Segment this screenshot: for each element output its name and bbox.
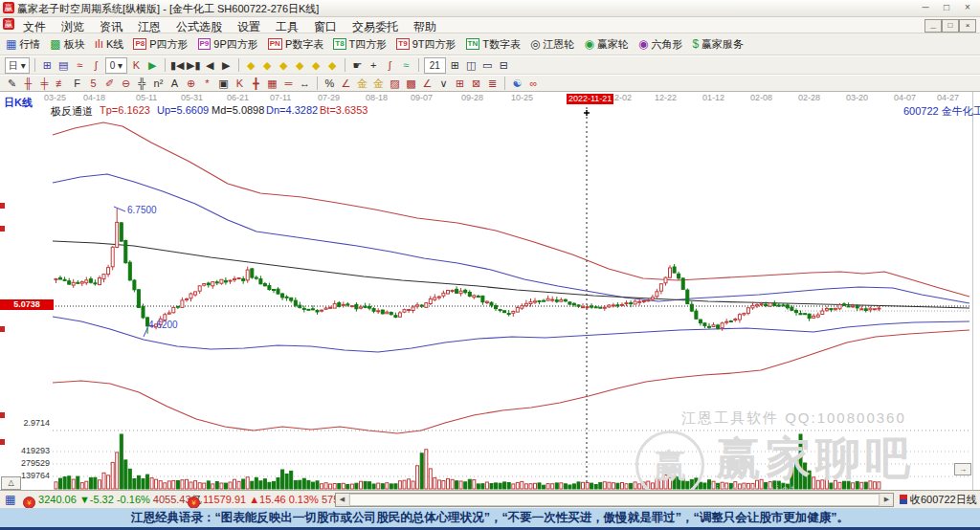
window-title: 赢家老子时空周期系统[纵横版] - [金牛化工 SH600722-276日K线] <box>17 2 319 16</box>
toolbar-button-t-square[interactable]: T8T四方形 <box>333 37 387 52</box>
minimize-button[interactable]: ─ <box>915 1 936 14</box>
market-grid-icon[interactable]: ▦ <box>5 493 15 506</box>
screen-icon[interactable]: ▭ <box>480 58 495 73</box>
last-bar-icon[interactable]: ▶▮ <box>187 58 201 73</box>
flag-icon[interactable]: ▶ <box>145 58 160 73</box>
crosshair-tool-icon[interactable]: + <box>367 58 381 73</box>
indicator-token: Tp=6.1623 <box>100 104 150 116</box>
next-bar-icon[interactable]: ▶ <box>219 58 234 73</box>
title-bar: 赢 赢家老子时空周期系统[纵横版] - [金牛化工 SH600722-276日K… <box>0 0 980 17</box>
pencil-tool-icon[interactable]: ✎ <box>5 77 19 91</box>
diamond-right-icon[interactable]: ◆ <box>293 58 307 73</box>
chart-horizontal-scrollbar[interactable]: ◀ ▶ <box>335 493 894 507</box>
a-tool-icon[interactable]: A <box>167 77 182 91</box>
quotes-label: 行情 <box>19 37 40 52</box>
toolbar-button-winner-service[interactable]: $赢家服务 <box>692 37 744 52</box>
plus-box-icon[interactable]: ⊞ <box>453 77 467 91</box>
period-daily-dropdown[interactable]: 日 ▾ <box>5 57 30 74</box>
diamond-down-icon[interactable]: ◆ <box>260 58 275 73</box>
date-tick: 02-28 <box>798 93 820 102</box>
toolbar-button-9p-square[interactable]: P99P四方形 <box>198 37 258 52</box>
five-tool-icon[interactable]: 5 <box>86 77 100 91</box>
close-button[interactable]: × <box>957 1 978 14</box>
hline-tool-icon[interactable]: ═ <box>281 77 296 91</box>
wave-icon[interactable]: ≈ <box>73 58 87 73</box>
gold-section-icon[interactable]: 金 <box>355 77 369 91</box>
angle-fan-icon[interactable]: ∠ <box>339 77 353 91</box>
diamond-up-icon[interactable]: ◆ <box>244 58 258 73</box>
infinity-icon[interactable]: ∞ <box>526 77 541 91</box>
diamond-shrink-icon[interactable]: ◆ <box>325 58 340 73</box>
curve-icon[interactable]: ʃ <box>89 58 103 73</box>
span-tool-icon[interactable]: ↔ <box>298 77 312 91</box>
toolbar-button-sectors[interactable]: ▩板块 <box>50 37 84 52</box>
star-tool-icon[interactable]: * <box>200 77 214 91</box>
toolbar-button-p-table[interactable]: PNP数字表 <box>268 37 323 52</box>
sh-index-summary[interactable]: ¥ 3240.06 ▼-5.32 -0.16% 4055.43亿 <box>23 493 202 509</box>
n2-tool-icon[interactable]: n² <box>151 77 166 91</box>
diamond-expand-icon[interactable]: ◆ <box>309 58 323 73</box>
toolbar-button-hexagon[interactable]: ◉六角形 <box>638 37 682 52</box>
scroll-right-arrow[interactable]: ▶ <box>880 494 893 504</box>
toolbar-button-winner-wheel[interactable]: ◉赢家轮 <box>584 37 628 52</box>
gann-wheel-icon: ◎ <box>530 37 540 51</box>
mark-tool-icon[interactable]: ✐ <box>102 77 117 91</box>
toolbar-button-p-square[interactable]: P8P四方形 <box>133 37 188 52</box>
mdi-close-button[interactable]: × <box>959 19 976 33</box>
target-tool-icon[interactable]: ⊕ <box>184 77 198 91</box>
gann-line-icon[interactable]: ╫ <box>21 77 35 91</box>
volume-axis-label: 419293 <box>2 446 50 455</box>
highlighted-date[interactable]: 2022-11-21 <box>567 94 613 104</box>
box-tool-icon[interactable]: ▣ <box>216 77 231 91</box>
info-panel-icon[interactable]: ▤ <box>56 58 71 73</box>
grid-tool-icon[interactable]: ╬ <box>135 77 149 91</box>
current-price-tag: 5.0738 <box>0 299 54 310</box>
first-bar-icon[interactable]: ▮◀ <box>170 58 185 73</box>
k-angle-icon[interactable]: K <box>233 77 247 91</box>
export-icon[interactable]: ⊟ <box>497 58 511 73</box>
expand-volume-button[interactable]: △ <box>1 476 21 490</box>
maximize-button[interactable]: □ <box>936 1 957 14</box>
cycle-tool-icon[interactable]: ≈ <box>399 58 413 73</box>
chart-area[interactable]: 03-2504-1805-1105-3106-2107-1107-2908-18… <box>0 92 973 490</box>
scroll-right-button[interactable]: → <box>954 463 971 475</box>
mdi-minimize-button[interactable]: ＿ <box>924 19 942 33</box>
hand-tool-icon[interactable]: ☛ <box>350 58 365 73</box>
date-tick: 04-07 <box>894 93 916 102</box>
prev-bar-icon[interactable]: ◀ <box>203 58 217 73</box>
scroll-left-arrow[interactable]: ◀ <box>336 494 348 504</box>
check-tool-icon[interactable]: ∨ <box>436 77 451 91</box>
kline-style-icon[interactable]: K <box>129 58 144 73</box>
calendar-icon[interactable]: 21 <box>424 57 446 74</box>
toolbar-button-9t-square[interactable]: T99T四方形 <box>396 37 456 52</box>
yinyang-icon[interactable]: ☯ <box>510 77 524 91</box>
lines-tool-icon[interactable]: ≣ <box>485 77 500 91</box>
x-box-icon[interactable]: ⊠ <box>469 77 483 91</box>
toolbar-button-t-table[interactable]: TNT数字表 <box>466 37 521 52</box>
spiral-tool-icon[interactable]: ʃ <box>383 58 397 73</box>
hatch-box-icon[interactable]: ▨ <box>388 77 402 91</box>
sz-index-change-pct: 0.13% <box>289 494 319 505</box>
percent-line-icon[interactable]: ≢ <box>54 77 68 91</box>
diamond-left-icon[interactable]: ◆ <box>277 58 291 73</box>
golden-line-icon[interactable]: ╪ <box>37 77 52 91</box>
wedge-tool-icon[interactable]: ∠ <box>420 77 434 91</box>
calculator-icon[interactable]: ⊞ <box>448 58 462 73</box>
zero-dropdown[interactable]: 0 ▾ <box>105 57 127 74</box>
toolbar-button-kline[interactable]: ılıK线 <box>95 37 124 52</box>
percent-tool-icon[interactable]: % <box>323 77 337 91</box>
scrollbar-thumb[interactable] <box>349 494 880 506</box>
toolbar-button-gann-wheel[interactable]: ◎江恩轮 <box>530 37 574 52</box>
mdi-restore-button[interactable]: □ <box>942 19 959 33</box>
toolbar-separator <box>504 77 505 90</box>
indicator-token: Bt=3.6353 <box>320 104 368 116</box>
grid-window-icon[interactable]: ⊞ <box>40 58 55 73</box>
cross-grid-icon[interactable]: ╋ <box>249 77 263 91</box>
fill-box-icon[interactable]: ▩ <box>404 77 418 91</box>
toolbar-button-quotes[interactable]: ▦行情 <box>6 37 40 52</box>
dense-grid-icon[interactable]: ▦ <box>265 77 279 91</box>
circle-tool-icon[interactable]: ⊖ <box>119 77 133 91</box>
fibo-tool-icon[interactable]: F <box>70 77 84 91</box>
save-icon[interactable]: ◫ <box>464 58 479 73</box>
gold-channel-icon[interactable]: 金 <box>371 77 386 91</box>
